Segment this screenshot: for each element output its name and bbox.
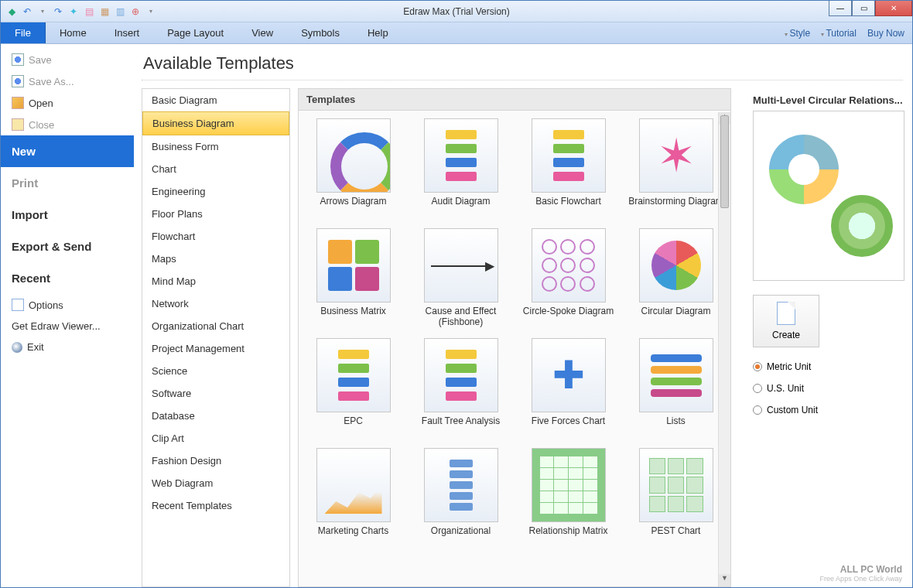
template-thumb[interactable] bbox=[532, 228, 606, 303]
titlebar: ◆ ↶ ▾ ↷ ✦ ▤ ▦ ▥ ⊕ ▾ Edraw Max (Trial Ver… bbox=[1, 1, 912, 22]
tutorial-link[interactable]: Tutorial bbox=[821, 28, 857, 39]
category-item[interactable]: Mind Map bbox=[142, 270, 289, 292]
category-item[interactable]: Flowchart bbox=[142, 225, 289, 248]
template-thumb[interactable] bbox=[316, 228, 391, 303]
template-thumb[interactable] bbox=[532, 338, 606, 412]
ribbon-tab-insert[interactable]: Insert bbox=[101, 22, 154, 43]
table-icon[interactable]: ▥ bbox=[114, 5, 126, 18]
template-label: Basic Flowchart bbox=[535, 196, 601, 219]
template-item[interactable]: Circle-Spoke Diagram bbox=[518, 228, 618, 329]
template-label: Marketing Charts bbox=[318, 525, 388, 549]
category-item[interactable]: Software bbox=[142, 382, 289, 405]
template-thumb[interactable] bbox=[424, 338, 498, 412]
category-item[interactable]: Web Diagram bbox=[142, 472, 289, 494]
template-item[interactable]: Fault Tree Analysis bbox=[411, 338, 511, 439]
backstage-open[interactable]: Open bbox=[1, 92, 134, 114]
template-label: Circle-Spoke Diagram bbox=[523, 306, 614, 329]
scroll-down-icon[interactable]: ▼ bbox=[719, 574, 730, 586]
paste-icon[interactable]: ▦ bbox=[98, 5, 111, 18]
new-doc-icon[interactable]: ▤ bbox=[83, 5, 95, 18]
backstage-getviewer[interactable]: Get Edraw Viewer... bbox=[1, 316, 134, 337]
watermark-tagline: Free Apps One Click Away bbox=[820, 575, 902, 583]
category-item[interactable]: Chart bbox=[142, 158, 289, 180]
template-item[interactable]: Five Forces Chart bbox=[518, 338, 618, 439]
template-thumb[interactable] bbox=[316, 118, 391, 193]
window-title: Edraw Max (Trial Version) bbox=[403, 6, 510, 17]
backstage-import[interactable]: Import bbox=[1, 199, 134, 231]
template-label: Fault Tree Analysis bbox=[422, 415, 500, 439]
minimize-button[interactable]: — bbox=[829, 1, 852, 16]
template-thumb[interactable] bbox=[639, 118, 713, 193]
style-link[interactable]: Style bbox=[785, 28, 810, 39]
backstage-options[interactable]: Options bbox=[1, 294, 134, 316]
create-button[interactable]: Create bbox=[753, 295, 819, 347]
redo-icon[interactable]: ↷ bbox=[52, 5, 64, 18]
maximize-button[interactable]: ▭ bbox=[852, 1, 875, 16]
template-item[interactable]: Arrows Diagram bbox=[303, 118, 403, 219]
refresh-icon[interactable]: ✦ bbox=[67, 5, 80, 18]
ribbon-tab-home[interactable]: Home bbox=[46, 22, 101, 43]
backstage-recent[interactable]: Recent bbox=[1, 262, 134, 294]
template-item[interactable]: Circular Diagram bbox=[626, 228, 726, 329]
template-item[interactable]: Relationship Matrix bbox=[518, 448, 618, 549]
qat-sep: ▾ bbox=[36, 5, 49, 18]
backstage-exit[interactable]: Exit bbox=[1, 337, 134, 357]
template-item[interactable]: Lists bbox=[626, 338, 726, 439]
template-item[interactable]: Cause and Effect (Fishbone) bbox=[411, 228, 511, 329]
category-item[interactable]: Network bbox=[142, 292, 289, 315]
backstage-new[interactable]: New bbox=[1, 135, 134, 167]
category-item[interactable]: Basic Diagram bbox=[142, 89, 289, 111]
template-thumb[interactable] bbox=[532, 448, 606, 522]
template-thumb[interactable] bbox=[424, 118, 498, 193]
file-tab[interactable]: File bbox=[1, 22, 46, 43]
category-item[interactable]: Clip Art bbox=[142, 427, 289, 450]
ribbon-tab-view[interactable]: View bbox=[238, 22, 287, 43]
template-thumb[interactable] bbox=[424, 228, 498, 303]
backstage-label: Get Edraw Viewer... bbox=[12, 320, 101, 332]
template-thumb[interactable] bbox=[639, 338, 713, 412]
template-thumb[interactable] bbox=[532, 118, 606, 193]
zoom-icon[interactable]: ⊕ bbox=[129, 5, 142, 18]
category-item[interactable]: Floor Plans bbox=[142, 203, 289, 225]
category-item[interactable]: Project Management bbox=[142, 337, 289, 360]
template-item[interactable]: Audit Diagram bbox=[411, 118, 511, 219]
template-label: Arrows Diagram bbox=[320, 196, 386, 219]
ribbon-tab-symbols[interactable]: Symbols bbox=[287, 22, 354, 43]
template-thumb[interactable] bbox=[316, 448, 391, 522]
template-item[interactable]: Marketing Charts bbox=[303, 448, 403, 549]
category-item[interactable]: Maps bbox=[142, 248, 289, 270]
qat-dropdown-icon[interactable]: ▾ bbox=[145, 5, 157, 18]
category-item[interactable]: Fashion Design bbox=[142, 450, 289, 472]
backstage-export[interactable]: Export & Send bbox=[1, 231, 134, 262]
template-item[interactable]: Business Matrix bbox=[303, 228, 403, 329]
template-thumb[interactable] bbox=[424, 448, 498, 522]
category-item[interactable]: Recent Templates bbox=[142, 494, 289, 517]
category-item[interactable]: Engineering bbox=[142, 180, 289, 203]
template-item[interactable]: PEST Chart bbox=[626, 448, 726, 549]
scroll-thumb[interactable] bbox=[720, 115, 729, 208]
category-item[interactable]: Organizational Chart bbox=[142, 315, 289, 337]
buy-now-link[interactable]: Buy Now bbox=[867, 28, 904, 39]
category-item[interactable]: Database bbox=[142, 405, 289, 427]
undo-icon[interactable]: ↶ bbox=[21, 5, 33, 18]
templates-scrollbar[interactable]: ▲ ▼ bbox=[718, 112, 730, 586]
template-item[interactable]: Organizational bbox=[411, 448, 511, 549]
category-item[interactable]: Science bbox=[142, 360, 289, 382]
template-item[interactable]: Brainstorming Diagram bbox=[626, 118, 726, 219]
template-item[interactable]: EPC bbox=[303, 338, 403, 439]
open-folder-icon bbox=[12, 97, 24, 109]
category-item[interactable]: Business Form bbox=[142, 135, 289, 158]
category-item[interactable]: Business Diagram bbox=[142, 111, 289, 135]
template-item[interactable]: Basic Flowchart bbox=[518, 118, 618, 219]
unit-radio[interactable]: Custom Unit bbox=[753, 405, 904, 415]
template-thumb[interactable] bbox=[316, 338, 391, 412]
ribbon-tab-page-layout[interactable]: Page Layout bbox=[153, 22, 238, 43]
options-icon bbox=[12, 299, 24, 311]
unit-radio[interactable]: Metric Unit bbox=[753, 361, 904, 372]
close-button[interactable]: ✕ bbox=[875, 1, 912, 16]
template-thumb[interactable] bbox=[639, 228, 713, 303]
app-icon: ◆ bbox=[5, 5, 18, 18]
unit-radio[interactable]: U.S. Unit bbox=[753, 383, 904, 394]
template-thumb[interactable] bbox=[639, 448, 713, 522]
ribbon-tab-help[interactable]: Help bbox=[354, 22, 402, 43]
